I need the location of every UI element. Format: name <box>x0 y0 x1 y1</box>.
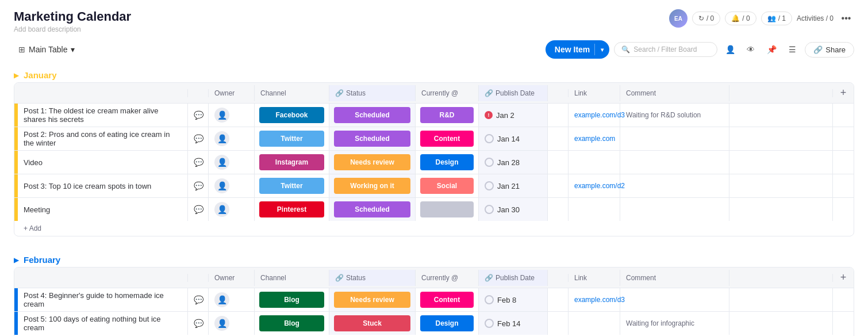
board-title: Marketing Calendar <box>14 9 131 24</box>
row-currently[interactable]: Content <box>416 288 479 311</box>
january-add-row[interactable]: + Add <box>14 221 854 236</box>
row-link[interactable]: example.com/d3 <box>569 104 620 127</box>
row-channel[interactable]: Instagram <box>255 151 329 174</box>
link-value[interactable]: example.com <box>574 135 615 143</box>
checkbox[interactable] <box>485 295 494 304</box>
date-value: Jan 28 <box>497 158 520 167</box>
row-link[interactable] <box>569 312 620 335</box>
checkbox[interactable] <box>485 134 494 143</box>
row-add <box>833 104 854 127</box>
row-channel[interactable]: Blog <box>255 312 329 335</box>
publish-link-icon: 🔗 <box>485 89 493 97</box>
comment-bubble-icon: 💬 <box>194 205 203 214</box>
feb-col-extra <box>729 274 833 282</box>
checkbox[interactable] <box>485 319 494 328</box>
date-value: Feb 8 <box>497 296 516 304</box>
row-comment-icon[interactable]: 💬 <box>188 288 209 311</box>
february-collapse-icon[interactable]: ▶ <box>14 256 19 264</box>
table-row: Meeting 💬 👤 Pinterest Scheduled Jan 30 <box>14 198 854 221</box>
eye-icon[interactable]: 👁 <box>743 41 759 58</box>
row-comment-icon[interactable]: 💬 <box>188 198 209 221</box>
row-status[interactable]: Needs review <box>329 288 416 311</box>
filter-icon[interactable]: ☰ <box>784 41 800 58</box>
row-comment-icon[interactable]: 💬 <box>188 151 209 174</box>
row-channel[interactable]: Twitter <box>255 127 329 150</box>
feb-publish-link-icon: 🔗 <box>485 274 493 282</box>
share-button[interactable]: 🔗 Share <box>805 42 854 58</box>
row-link[interactable]: example.com <box>569 127 620 150</box>
row-extra <box>729 198 833 221</box>
row-currently[interactable]: Design <box>416 151 479 174</box>
feb-status-link-icon: 🔗 <box>335 274 344 282</box>
row-comment <box>620 198 729 221</box>
row-status[interactable]: Scheduled <box>329 198 416 221</box>
refresh-counter[interactable]: ↻ / 0 <box>692 12 720 25</box>
row-channel[interactable]: Facebook <box>255 104 329 127</box>
feb-col-currently: Currently @ <box>416 270 479 286</box>
checkbox[interactable] <box>485 158 494 167</box>
row-link[interactable]: example.com/d3 <box>569 288 620 311</box>
pin-icon[interactable]: 📌 <box>763 41 779 58</box>
more-options-button[interactable]: ••• <box>838 10 854 26</box>
main-table-selector[interactable]: ⊞ Main Table ▾ <box>14 43 79 56</box>
january-group-header: ▶ January <box>14 66 854 82</box>
jan-col-publish-date: 🔗 Publish Date <box>479 85 548 101</box>
jan-col-name <box>18 89 188 97</box>
link-value[interactable]: example.com/d2 <box>574 182 625 190</box>
row-extra <box>729 288 833 311</box>
row-status[interactable]: Scheduled <box>329 104 416 127</box>
row-status[interactable]: Needs review <box>329 151 416 174</box>
row-currently[interactable]: Design <box>416 312 479 335</box>
row-channel[interactable]: Blog <box>255 288 329 311</box>
february-group-title[interactable]: February <box>24 255 60 265</box>
link-value[interactable]: example.com/d3 <box>574 111 625 119</box>
row-status[interactable]: Scheduled <box>329 127 416 150</box>
row-status[interactable]: Working on it <box>329 174 416 197</box>
february-header-row: Owner Channel 🔗 Status Currently @ 🔗 Pub… <box>14 268 854 288</box>
row-currently[interactable]: Content <box>416 127 479 150</box>
row-currently[interactable] <box>416 198 479 221</box>
new-item-button[interactable]: New Item ▾ <box>546 40 609 59</box>
jan-col-comment: Comment <box>620 85 729 101</box>
row-currently[interactable]: Social <box>416 174 479 197</box>
row-extra <box>729 312 833 335</box>
feb-col-spacer <box>548 274 569 282</box>
feb-col-status: 🔗 Status <box>329 270 416 286</box>
checkbox[interactable] <box>485 205 494 214</box>
row-channel[interactable]: Pinterest <box>255 198 329 221</box>
feb-col-link: Link <box>569 270 620 286</box>
board-description[interactable]: Add board description <box>14 25 131 33</box>
row-channel[interactable]: Twitter <box>255 174 329 197</box>
row-extra <box>729 104 833 127</box>
channel-pill: Blog <box>259 315 324 331</box>
channel-pill: Twitter <box>259 131 324 147</box>
row-publish-date: Feb 14 <box>479 312 548 335</box>
notification-counter[interactable]: 🔔 / 0 <box>725 12 756 25</box>
feb-add-column-button[interactable]: + <box>833 268 854 288</box>
channel-pill: Facebook <box>259 107 324 123</box>
row-owner: 👤 <box>209 174 255 197</box>
refresh-icon: ↻ <box>698 14 704 22</box>
row-status[interactable]: Stuck <box>329 312 416 335</box>
row-comment-icon[interactable]: 💬 <box>188 312 209 335</box>
january-group-title[interactable]: January <box>24 70 57 80</box>
row-owner: 👤 <box>209 198 255 221</box>
january-collapse-icon[interactable]: ▶ <box>14 71 19 79</box>
row-comment <box>620 288 729 311</box>
row-comment-icon[interactable]: 💬 <box>188 127 209 150</box>
activities-button[interactable]: Activities / 0 <box>797 14 834 22</box>
row-link[interactable] <box>569 151 620 174</box>
row-comment-icon[interactable]: 💬 <box>188 174 209 197</box>
people-counter[interactable]: 👥 / 1 <box>761 12 792 25</box>
row-currently[interactable]: R&D <box>416 104 479 127</box>
jan-add-column-button[interactable]: + <box>833 83 854 103</box>
link-value[interactable]: example.com/d3 <box>574 296 625 304</box>
row-link[interactable]: example.com/d2 <box>569 174 620 197</box>
search-filter-box[interactable]: 🔍 Search / Filter Board <box>614 42 717 57</box>
january-rows: Post 1: The oldest ice cream maker alive… <box>14 104 854 221</box>
row-comment-icon[interactable]: 💬 <box>188 104 209 127</box>
table-row: Post 2: Pros and cons of eating ice crea… <box>14 127 854 151</box>
checkbox[interactable] <box>485 181 494 190</box>
person-filter-icon[interactable]: 👤 <box>722 41 738 58</box>
row-link[interactable] <box>569 198 620 221</box>
